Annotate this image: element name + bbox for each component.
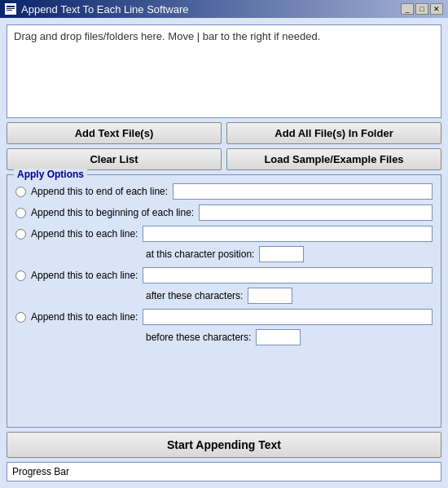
svg-rect-2 [7,8,15,9]
option-after-label: Append this to each line: [31,270,138,281]
option-after-row: Append this to each line: [15,267,433,284]
drop-hint: Drag and drop files/folders here. Move |… [14,30,320,42]
drop-area[interactable]: Drag and drop files/folders here. Move |… [7,24,441,118]
title-bar: Append Text To Each Line Software _ □ ✕ [0,0,448,18]
option-charpos-sub-row: at this character position: [15,246,433,262]
option-end-input[interactable] [173,183,433,200]
apply-options-legend: Apply Options [14,169,87,180]
clear-list-button[interactable]: Clear List [7,148,222,170]
option-beginning-input[interactable] [199,204,433,221]
option-beginning-row: Append this to beginning of each line: [15,204,433,221]
progress-bar: Progress Bar [7,462,441,481]
app-title: Append Text To Each Line Software [21,3,189,15]
svg-rect-3 [7,10,12,11]
option-charpos-label: Append this to each line: [31,228,138,240]
start-appending-button[interactable]: Start Appending Text [7,432,441,458]
option-end-row: Append this to end of each line: [15,183,433,200]
app-icon [5,3,16,15]
option-before-sub-label: before these characters: [146,332,251,343]
window-controls: _ □ ✕ [401,3,443,15]
list-buttons-row: Clear List Load Sample/Example Files [7,148,441,170]
option-before-label: Append this to each line: [31,311,138,323]
file-buttons-row: Add Text File(s) Add All File(s) In Fold… [7,122,441,144]
option-before-radio[interactable] [15,312,26,323]
option-before-sub-input[interactable] [256,329,301,345]
option-before-row: Append this to each line: [15,309,433,325]
load-sample-button[interactable]: Load Sample/Example Files [226,148,441,170]
option-after-input[interactable] [143,267,433,284]
option-end-label: Append this to end of each line: [31,186,168,197]
option-beginning-radio[interactable] [15,208,26,218]
apply-options-group: Apply Options Append this to end of each… [7,174,441,428]
option-charpos-input[interactable] [143,226,433,242]
svg-rect-1 [7,6,15,7]
option-after-sub-row: after these characters: [15,288,433,304]
option-end-radio[interactable] [15,187,26,197]
minimize-button[interactable]: _ [401,3,414,15]
progress-bar-label: Progress Bar [12,466,69,477]
option-before-input[interactable] [143,309,433,325]
add-text-files-button[interactable]: Add Text File(s) [7,122,222,144]
option-charpos-sub-input[interactable] [259,246,304,262]
option-beginning-label: Append this to beginning of each line: [31,207,194,218]
option-after-sub-label: after these characters: [146,290,243,301]
option-after-radio[interactable] [15,270,26,281]
option-charpos-row: Append this to each line: [15,226,433,242]
option-charpos-sub-label: at this character position: [146,248,254,260]
window-body: Drag and drop files/folders here. Move |… [0,18,448,488]
close-button[interactable]: ✕ [430,3,443,15]
maximize-button[interactable]: □ [415,3,428,15]
add-all-folder-button[interactable]: Add All File(s) In Folder [226,122,441,144]
option-charpos-radio[interactable] [15,229,26,240]
option-before-sub-row: before these characters: [15,329,433,345]
option-after-sub-input[interactable] [248,288,292,304]
